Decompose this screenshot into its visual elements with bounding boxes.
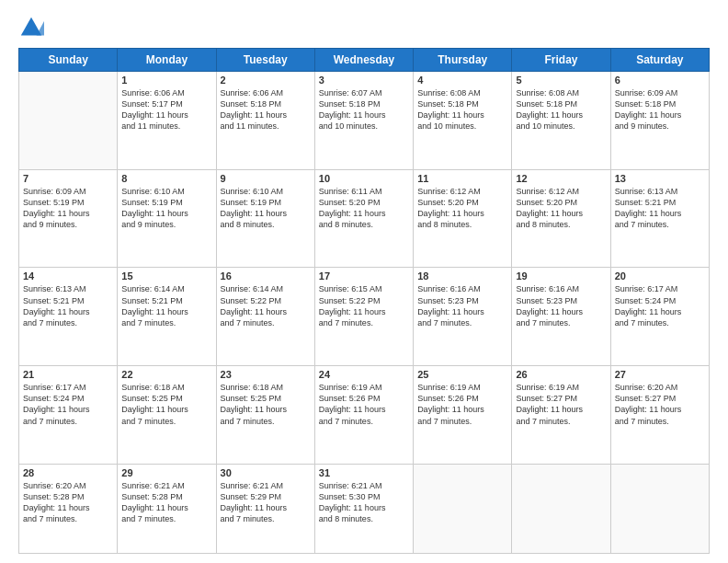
day-info: Sunrise: 6:21 AM Sunset: 5:28 PM Dayligh…: [121, 480, 211, 525]
calendar-cell: [19, 72, 118, 170]
day-number: 11: [417, 173, 507, 184]
calendar-cell: 8Sunrise: 6:10 AM Sunset: 5:19 PM Daylig…: [118, 169, 216, 268]
calendar-week-1: 1Sunrise: 6:06 AM Sunset: 5:17 PM Daylig…: [19, 72, 710, 170]
logo: [18, 15, 48, 40]
day-info: Sunrise: 6:17 AM Sunset: 5:24 PM Dayligh…: [615, 283, 705, 328]
calendar-cell: 22Sunrise: 6:18 AM Sunset: 5:25 PM Dayli…: [118, 366, 216, 465]
day-number: 10: [319, 173, 409, 184]
day-info: Sunrise: 6:12 AM Sunset: 5:20 PM Dayligh…: [516, 186, 606, 231]
calendar-cell: [414, 464, 512, 553]
day-info: Sunrise: 6:20 AM Sunset: 5:27 PM Dayligh…: [615, 382, 705, 427]
day-header-saturday: Saturday: [610, 49, 709, 72]
day-info: Sunrise: 6:10 AM Sunset: 5:19 PM Dayligh…: [221, 186, 311, 231]
day-header-tuesday: Tuesday: [216, 49, 314, 72]
day-number: 2: [221, 75, 311, 86]
calendar-table: SundayMondayTuesdayWednesdayThursdayFrid…: [18, 48, 710, 554]
day-info: Sunrise: 6:08 AM Sunset: 5:18 PM Dayligh…: [516, 87, 606, 132]
day-info: Sunrise: 6:09 AM Sunset: 5:18 PM Dayligh…: [615, 87, 705, 132]
day-info: Sunrise: 6:10 AM Sunset: 5:19 PM Dayligh…: [121, 186, 211, 231]
calendar-cell: 4Sunrise: 6:08 AM Sunset: 5:18 PM Daylig…: [414, 72, 512, 170]
day-number: 17: [319, 270, 409, 282]
calendar-cell: 16Sunrise: 6:14 AM Sunset: 5:22 PM Dayli…: [216, 268, 314, 366]
calendar-week-3: 14Sunrise: 6:13 AM Sunset: 5:21 PM Dayli…: [19, 268, 710, 366]
calendar-week-5: 28Sunrise: 6:20 AM Sunset: 5:28 PM Dayli…: [19, 464, 710, 553]
calendar-cell: 1Sunrise: 6:06 AM Sunset: 5:17 PM Daylig…: [118, 72, 216, 170]
day-number: 15: [121, 270, 211, 282]
calendar-cell: 20Sunrise: 6:17 AM Sunset: 5:24 PM Dayli…: [610, 268, 709, 366]
day-info: Sunrise: 6:13 AM Sunset: 5:21 PM Dayligh…: [615, 186, 705, 231]
day-info: Sunrise: 6:11 AM Sunset: 5:20 PM Dayligh…: [319, 186, 409, 231]
calendar-cell: 21Sunrise: 6:17 AM Sunset: 5:24 PM Dayli…: [19, 366, 118, 465]
calendar-cell: 13Sunrise: 6:13 AM Sunset: 5:21 PM Dayli…: [610, 169, 709, 268]
day-number: 5: [516, 75, 606, 86]
calendar-cell: 30Sunrise: 6:21 AM Sunset: 5:29 PM Dayli…: [216, 464, 314, 553]
calendar-cell: 19Sunrise: 6:16 AM Sunset: 5:23 PM Dayli…: [512, 268, 610, 366]
day-number: 31: [319, 467, 409, 478]
day-header-monday: Monday: [118, 49, 216, 72]
day-number: 16: [221, 270, 311, 282]
calendar-cell: 28Sunrise: 6:20 AM Sunset: 5:28 PM Dayli…: [19, 464, 118, 553]
calendar-cell: 15Sunrise: 6:14 AM Sunset: 5:21 PM Dayli…: [118, 268, 216, 366]
header: [18, 15, 710, 40]
calendar-cell: 27Sunrise: 6:20 AM Sunset: 5:27 PM Dayli…: [610, 366, 709, 465]
day-info: Sunrise: 6:14 AM Sunset: 5:21 PM Dayligh…: [121, 283, 211, 328]
day-number: 27: [615, 369, 705, 380]
day-number: 3: [319, 75, 409, 86]
day-info: Sunrise: 6:09 AM Sunset: 5:19 PM Dayligh…: [23, 186, 113, 231]
page: SundayMondayTuesdayWednesdayThursdayFrid…: [0, 0, 728, 563]
day-number: 7: [23, 173, 113, 184]
calendar-cell: 3Sunrise: 6:07 AM Sunset: 5:18 PM Daylig…: [314, 72, 413, 170]
day-header-sunday: Sunday: [19, 49, 118, 72]
calendar-cell: 25Sunrise: 6:19 AM Sunset: 5:26 PM Dayli…: [414, 366, 512, 465]
calendar-cell: 24Sunrise: 6:19 AM Sunset: 5:26 PM Dayli…: [314, 366, 413, 465]
calendar-cell: 2Sunrise: 6:06 AM Sunset: 5:18 PM Daylig…: [216, 72, 314, 170]
day-number: 24: [319, 369, 409, 380]
day-number: 8: [121, 173, 211, 184]
day-info: Sunrise: 6:13 AM Sunset: 5:21 PM Dayligh…: [23, 283, 113, 328]
day-info: Sunrise: 6:08 AM Sunset: 5:18 PM Dayligh…: [417, 87, 507, 132]
calendar-cell: 11Sunrise: 6:12 AM Sunset: 5:20 PM Dayli…: [414, 169, 512, 268]
day-number: 1: [121, 75, 211, 86]
calendar-week-4: 21Sunrise: 6:17 AM Sunset: 5:24 PM Dayli…: [19, 366, 710, 465]
calendar-cell: 17Sunrise: 6:15 AM Sunset: 5:22 PM Dayli…: [314, 268, 413, 366]
day-number: 30: [221, 467, 311, 478]
calendar-cell: 6Sunrise: 6:09 AM Sunset: 5:18 PM Daylig…: [610, 72, 709, 170]
day-header-wednesday: Wednesday: [314, 49, 413, 72]
calendar-cell: 18Sunrise: 6:16 AM Sunset: 5:23 PM Dayli…: [414, 268, 512, 366]
calendar-cell: 12Sunrise: 6:12 AM Sunset: 5:20 PM Dayli…: [512, 169, 610, 268]
calendar-cell: 9Sunrise: 6:10 AM Sunset: 5:19 PM Daylig…: [216, 169, 314, 268]
day-header-thursday: Thursday: [414, 49, 512, 72]
day-number: 4: [417, 75, 507, 86]
svg-marker-1: [37, 21, 44, 35]
calendar-cell: [610, 464, 709, 553]
day-number: 19: [516, 270, 606, 282]
day-number: 13: [615, 173, 705, 184]
day-number: 9: [221, 173, 311, 184]
day-number: 20: [615, 270, 705, 282]
day-number: 22: [121, 369, 211, 380]
day-info: Sunrise: 6:17 AM Sunset: 5:24 PM Dayligh…: [23, 382, 113, 427]
calendar-header-row: SundayMondayTuesdayWednesdayThursdayFrid…: [19, 49, 710, 72]
day-info: Sunrise: 6:19 AM Sunset: 5:26 PM Dayligh…: [319, 382, 409, 427]
day-number: 12: [516, 173, 606, 184]
day-number: 18: [417, 270, 507, 282]
day-number: 14: [23, 270, 113, 282]
day-info: Sunrise: 6:06 AM Sunset: 5:17 PM Dayligh…: [121, 87, 211, 132]
logo-icon: [18, 15, 44, 40]
day-info: Sunrise: 6:21 AM Sunset: 5:30 PM Dayligh…: [319, 480, 409, 525]
calendar-cell: [512, 464, 610, 553]
day-info: Sunrise: 6:18 AM Sunset: 5:25 PM Dayligh…: [121, 382, 211, 427]
day-info: Sunrise: 6:19 AM Sunset: 5:26 PM Dayligh…: [417, 382, 507, 427]
day-number: 26: [516, 369, 606, 380]
calendar-cell: 7Sunrise: 6:09 AM Sunset: 5:19 PM Daylig…: [19, 169, 118, 268]
day-info: Sunrise: 6:06 AM Sunset: 5:18 PM Dayligh…: [221, 87, 311, 132]
day-header-friday: Friday: [512, 49, 610, 72]
day-info: Sunrise: 6:18 AM Sunset: 5:25 PM Dayligh…: [221, 382, 311, 427]
day-info: Sunrise: 6:15 AM Sunset: 5:22 PM Dayligh…: [319, 283, 409, 328]
day-number: 6: [615, 75, 705, 86]
calendar-cell: 5Sunrise: 6:08 AM Sunset: 5:18 PM Daylig…: [512, 72, 610, 170]
calendar-cell: 14Sunrise: 6:13 AM Sunset: 5:21 PM Dayli…: [19, 268, 118, 366]
day-info: Sunrise: 6:16 AM Sunset: 5:23 PM Dayligh…: [417, 283, 507, 328]
day-info: Sunrise: 6:16 AM Sunset: 5:23 PM Dayligh…: [516, 283, 606, 328]
day-info: Sunrise: 6:20 AM Sunset: 5:28 PM Dayligh…: [23, 480, 113, 525]
